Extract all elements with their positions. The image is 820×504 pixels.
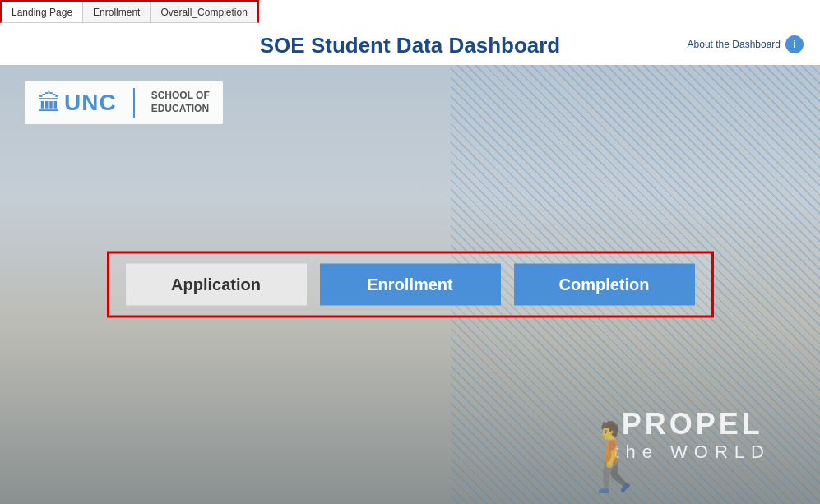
unc-subtitle-line2: EDUCATION	[151, 103, 210, 116]
page-title: SOE Student Data Dashboard	[260, 33, 561, 58]
tab-landing-page[interactable]: Landing Page	[2, 2, 83, 22]
unc-logo-bar: 🏛 UNC SCHOOL OF EDUCATION	[25, 81, 223, 124]
unc-tower-icon: 🏛	[38, 90, 61, 117]
person-silhouette: 🚶	[573, 418, 656, 496]
main-content: 🏛 UNC SCHOOL OF EDUCATION Application En…	[0, 65, 820, 504]
info-icon[interactable]: i	[785, 35, 804, 53]
app-container: Landing Page Enrollment Overall_Completi…	[0, 0, 820, 504]
about-dashboard-label: About the Dashboard	[688, 39, 781, 50]
application-button[interactable]: Application	[126, 264, 307, 306]
about-dashboard-link[interactable]: About the Dashboard i	[688, 35, 804, 53]
completion-button[interactable]: Completion	[514, 264, 695, 306]
enrollment-button[interactable]: Enrollment	[320, 264, 501, 306]
unc-logo: 🏛 UNC	[38, 90, 117, 117]
unc-divider	[133, 88, 135, 118]
tab-bar: Landing Page Enrollment Overall_Completi…	[0, 0, 259, 23]
header: SOE Student Data Dashboard About the Das…	[0, 23, 820, 65]
unc-subtitle-line1: SCHOOL OF	[151, 90, 210, 103]
tab-enrollment[interactable]: Enrollment	[83, 2, 151, 22]
unc-subtitle: SCHOOL OF EDUCATION	[151, 90, 210, 115]
unc-name: UNC	[64, 90, 117, 116]
button-row: Application Enrollment Completion	[107, 252, 714, 318]
tab-overall-completion[interactable]: Overall_Completion	[151, 2, 257, 22]
